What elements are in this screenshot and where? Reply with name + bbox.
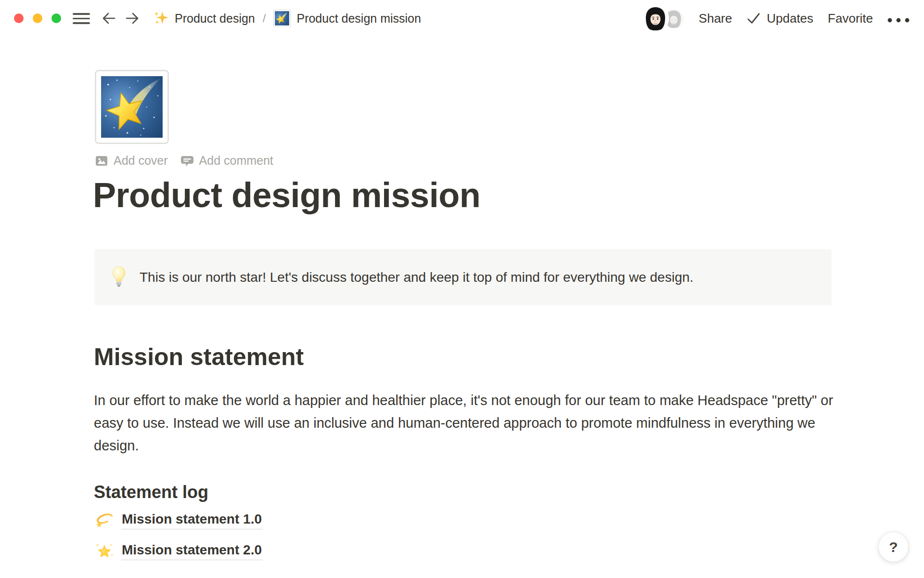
add-cover-button[interactable]: Add cover <box>95 154 168 168</box>
callout-block[interactable]: This is our north star! Let's discuss to… <box>94 249 832 305</box>
page-icon-shooting-star[interactable] <box>95 70 169 144</box>
window-controls <box>14 13 61 23</box>
breadcrumb-item-product-design-mission[interactable]: Product design mission <box>296 12 421 26</box>
breadcrumb-separator: / <box>263 12 266 25</box>
callout-text: This is our north star! Let's discuss to… <box>140 270 693 285</box>
mission-paragraph[interactable]: In our effort to make the world a happie… <box>94 389 837 457</box>
image-icon <box>95 154 108 168</box>
add-comment-button[interactable]: Add comment <box>180 154 273 168</box>
page-link-label: Mission statement 2.0 <box>121 542 263 560</box>
minimize-window-button[interactable] <box>33 13 42 23</box>
check-icon <box>746 11 761 26</box>
shooting-star-icon <box>273 10 291 27</box>
comment-icon <box>180 154 194 168</box>
ellipsis-icon <box>887 18 910 23</box>
collaborator-avatar <box>642 5 669 32</box>
close-window-button[interactable] <box>14 13 24 23</box>
updates-button[interactable]: Updates <box>746 11 813 26</box>
presence-avatars[interactable] <box>642 4 684 32</box>
help-button[interactable]: ? <box>878 532 909 562</box>
favorite-button[interactable]: Favorite <box>828 11 873 26</box>
topbar-actions: Share Updates Favorite <box>642 0 910 37</box>
page-decoration-controls: Add cover Add comment <box>95 154 273 168</box>
sidebar-toggle-icon[interactable] <box>73 13 90 24</box>
share-button[interactable]: Share <box>699 11 732 26</box>
page-link-mission-statement-2[interactable]: Mission statement 2.0 <box>95 541 263 561</box>
heading-mission-statement[interactable]: Mission statement <box>94 342 304 372</box>
back-icon[interactable] <box>101 10 117 26</box>
forward-icon[interactable] <box>124 10 141 26</box>
heading-statement-log[interactable]: Statement log <box>94 481 208 504</box>
topbar: Product design / Product design mission <box>0 0 924 37</box>
breadcrumb: Product design / Product design mission <box>153 0 421 37</box>
light-bulb-icon <box>112 266 126 289</box>
page-title[interactable]: Product design mission <box>93 174 480 216</box>
breadcrumb-item-product-design[interactable]: Product design <box>175 12 255 26</box>
more-options-button[interactable] <box>887 11 910 26</box>
add-comment-label: Add comment <box>199 154 273 168</box>
zoom-window-button[interactable] <box>51 13 61 23</box>
glowing-star-icon <box>95 541 114 561</box>
dizzy-star-icon <box>95 511 114 530</box>
page-link-mission-statement-1[interactable]: Mission statement 1.0 <box>95 511 263 530</box>
add-cover-label: Add cover <box>114 154 168 168</box>
updates-label: Updates <box>767 11 813 26</box>
sparkles-icon <box>153 11 168 26</box>
notion-window: Product design / Product design mission <box>0 0 924 578</box>
page-link-label: Mission statement 1.0 <box>121 512 263 529</box>
